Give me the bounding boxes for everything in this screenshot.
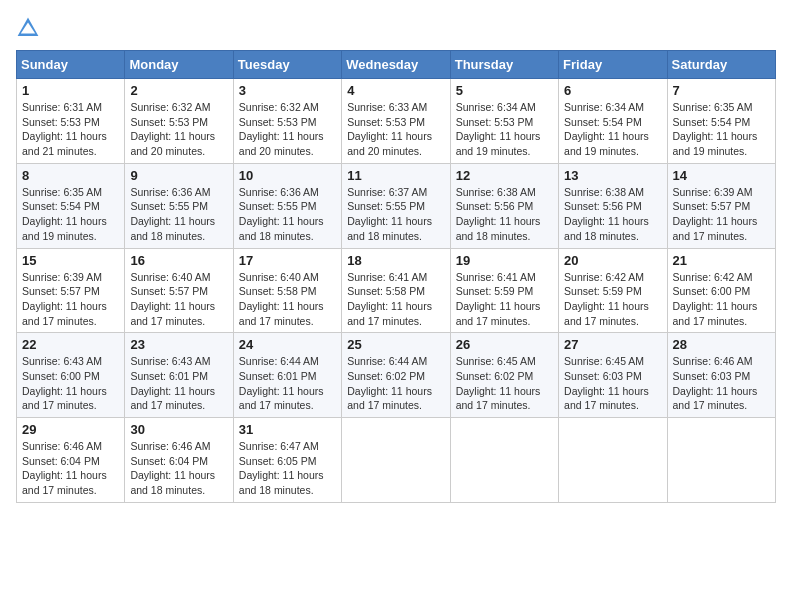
weekday-friday: Friday (559, 51, 667, 79)
weekday-header-row: SundayMondayTuesdayWednesdayThursdayFrid… (17, 51, 776, 79)
day-number: 5 (456, 83, 553, 98)
day-info: Sunrise: 6:32 AMSunset: 5:53 PMDaylight:… (130, 100, 227, 159)
week-row-1: 1Sunrise: 6:31 AMSunset: 5:53 PMDaylight… (17, 79, 776, 164)
calendar-cell: 12Sunrise: 6:38 AMSunset: 5:56 PMDayligh… (450, 163, 558, 248)
calendar-cell: 9Sunrise: 6:36 AMSunset: 5:55 PMDaylight… (125, 163, 233, 248)
logo (16, 16, 44, 40)
day-number: 15 (22, 253, 119, 268)
day-number: 16 (130, 253, 227, 268)
calendar-cell: 20Sunrise: 6:42 AMSunset: 5:59 PMDayligh… (559, 248, 667, 333)
week-row-3: 15Sunrise: 6:39 AMSunset: 5:57 PMDayligh… (17, 248, 776, 333)
day-number: 9 (130, 168, 227, 183)
day-info: Sunrise: 6:31 AMSunset: 5:53 PMDaylight:… (22, 100, 119, 159)
day-info: Sunrise: 6:36 AMSunset: 5:55 PMDaylight:… (130, 185, 227, 244)
day-number: 25 (347, 337, 444, 352)
day-number: 12 (456, 168, 553, 183)
calendar-cell: 26Sunrise: 6:45 AMSunset: 6:02 PMDayligh… (450, 333, 558, 418)
calendar-cell: 16Sunrise: 6:40 AMSunset: 5:57 PMDayligh… (125, 248, 233, 333)
day-number: 19 (456, 253, 553, 268)
day-number: 11 (347, 168, 444, 183)
calendar-cell: 25Sunrise: 6:44 AMSunset: 6:02 PMDayligh… (342, 333, 450, 418)
calendar-cell: 10Sunrise: 6:36 AMSunset: 5:55 PMDayligh… (233, 163, 341, 248)
day-info: Sunrise: 6:46 AMSunset: 6:03 PMDaylight:… (673, 354, 770, 413)
day-number: 4 (347, 83, 444, 98)
calendar-table: SundayMondayTuesdayWednesdayThursdayFrid… (16, 50, 776, 503)
calendar-cell: 13Sunrise: 6:38 AMSunset: 5:56 PMDayligh… (559, 163, 667, 248)
day-number: 6 (564, 83, 661, 98)
day-number: 31 (239, 422, 336, 437)
day-info: Sunrise: 6:47 AMSunset: 6:05 PMDaylight:… (239, 439, 336, 498)
calendar-cell: 4Sunrise: 6:33 AMSunset: 5:53 PMDaylight… (342, 79, 450, 164)
day-info: Sunrise: 6:37 AMSunset: 5:55 PMDaylight:… (347, 185, 444, 244)
calendar-cell (450, 418, 558, 503)
calendar-cell: 31Sunrise: 6:47 AMSunset: 6:05 PMDayligh… (233, 418, 341, 503)
day-number: 17 (239, 253, 336, 268)
day-number: 1 (22, 83, 119, 98)
calendar-cell: 2Sunrise: 6:32 AMSunset: 5:53 PMDaylight… (125, 79, 233, 164)
day-info: Sunrise: 6:33 AMSunset: 5:53 PMDaylight:… (347, 100, 444, 159)
day-number: 29 (22, 422, 119, 437)
day-info: Sunrise: 6:40 AMSunset: 5:58 PMDaylight:… (239, 270, 336, 329)
week-row-5: 29Sunrise: 6:46 AMSunset: 6:04 PMDayligh… (17, 418, 776, 503)
day-info: Sunrise: 6:43 AMSunset: 6:00 PMDaylight:… (22, 354, 119, 413)
calendar-cell: 24Sunrise: 6:44 AMSunset: 6:01 PMDayligh… (233, 333, 341, 418)
day-number: 26 (456, 337, 553, 352)
day-info: Sunrise: 6:46 AMSunset: 6:04 PMDaylight:… (22, 439, 119, 498)
day-info: Sunrise: 6:42 AMSunset: 5:59 PMDaylight:… (564, 270, 661, 329)
calendar-cell: 21Sunrise: 6:42 AMSunset: 6:00 PMDayligh… (667, 248, 775, 333)
day-info: Sunrise: 6:40 AMSunset: 5:57 PMDaylight:… (130, 270, 227, 329)
day-info: Sunrise: 6:39 AMSunset: 5:57 PMDaylight:… (673, 185, 770, 244)
calendar-cell: 8Sunrise: 6:35 AMSunset: 5:54 PMDaylight… (17, 163, 125, 248)
calendar-cell: 27Sunrise: 6:45 AMSunset: 6:03 PMDayligh… (559, 333, 667, 418)
weekday-sunday: Sunday (17, 51, 125, 79)
calendar-cell: 29Sunrise: 6:46 AMSunset: 6:04 PMDayligh… (17, 418, 125, 503)
calendar-cell: 23Sunrise: 6:43 AMSunset: 6:01 PMDayligh… (125, 333, 233, 418)
calendar-cell: 6Sunrise: 6:34 AMSunset: 5:54 PMDaylight… (559, 79, 667, 164)
day-number: 14 (673, 168, 770, 183)
calendar-cell: 5Sunrise: 6:34 AMSunset: 5:53 PMDaylight… (450, 79, 558, 164)
calendar-cell: 22Sunrise: 6:43 AMSunset: 6:00 PMDayligh… (17, 333, 125, 418)
calendar-cell (559, 418, 667, 503)
day-number: 22 (22, 337, 119, 352)
calendar-cell: 19Sunrise: 6:41 AMSunset: 5:59 PMDayligh… (450, 248, 558, 333)
weekday-monday: Monday (125, 51, 233, 79)
calendar-cell: 17Sunrise: 6:40 AMSunset: 5:58 PMDayligh… (233, 248, 341, 333)
calendar-cell (342, 418, 450, 503)
day-info: Sunrise: 6:41 AMSunset: 5:59 PMDaylight:… (456, 270, 553, 329)
day-number: 21 (673, 253, 770, 268)
day-info: Sunrise: 6:41 AMSunset: 5:58 PMDaylight:… (347, 270, 444, 329)
day-info: Sunrise: 6:38 AMSunset: 5:56 PMDaylight:… (564, 185, 661, 244)
calendar-cell: 1Sunrise: 6:31 AMSunset: 5:53 PMDaylight… (17, 79, 125, 164)
day-number: 13 (564, 168, 661, 183)
day-info: Sunrise: 6:45 AMSunset: 6:02 PMDaylight:… (456, 354, 553, 413)
day-number: 30 (130, 422, 227, 437)
day-info: Sunrise: 6:35 AMSunset: 5:54 PMDaylight:… (22, 185, 119, 244)
calendar-cell: 14Sunrise: 6:39 AMSunset: 5:57 PMDayligh… (667, 163, 775, 248)
day-number: 24 (239, 337, 336, 352)
calendar-cell: 3Sunrise: 6:32 AMSunset: 5:53 PMDaylight… (233, 79, 341, 164)
day-info: Sunrise: 6:44 AMSunset: 6:02 PMDaylight:… (347, 354, 444, 413)
day-info: Sunrise: 6:34 AMSunset: 5:53 PMDaylight:… (456, 100, 553, 159)
day-number: 2 (130, 83, 227, 98)
day-number: 8 (22, 168, 119, 183)
week-row-4: 22Sunrise: 6:43 AMSunset: 6:00 PMDayligh… (17, 333, 776, 418)
day-number: 28 (673, 337, 770, 352)
weekday-wednesday: Wednesday (342, 51, 450, 79)
calendar-cell: 18Sunrise: 6:41 AMSunset: 5:58 PMDayligh… (342, 248, 450, 333)
weekday-saturday: Saturday (667, 51, 775, 79)
day-info: Sunrise: 6:38 AMSunset: 5:56 PMDaylight:… (456, 185, 553, 244)
day-info: Sunrise: 6:45 AMSunset: 6:03 PMDaylight:… (564, 354, 661, 413)
day-number: 7 (673, 83, 770, 98)
day-info: Sunrise: 6:34 AMSunset: 5:54 PMDaylight:… (564, 100, 661, 159)
day-info: Sunrise: 6:35 AMSunset: 5:54 PMDaylight:… (673, 100, 770, 159)
day-number: 18 (347, 253, 444, 268)
calendar-cell: 15Sunrise: 6:39 AMSunset: 5:57 PMDayligh… (17, 248, 125, 333)
day-info: Sunrise: 6:46 AMSunset: 6:04 PMDaylight:… (130, 439, 227, 498)
weekday-tuesday: Tuesday (233, 51, 341, 79)
day-info: Sunrise: 6:32 AMSunset: 5:53 PMDaylight:… (239, 100, 336, 159)
calendar-cell (667, 418, 775, 503)
day-number: 23 (130, 337, 227, 352)
weekday-thursday: Thursday (450, 51, 558, 79)
general-blue-logo-icon (16, 16, 40, 40)
calendar-body: 1Sunrise: 6:31 AMSunset: 5:53 PMDaylight… (17, 79, 776, 503)
